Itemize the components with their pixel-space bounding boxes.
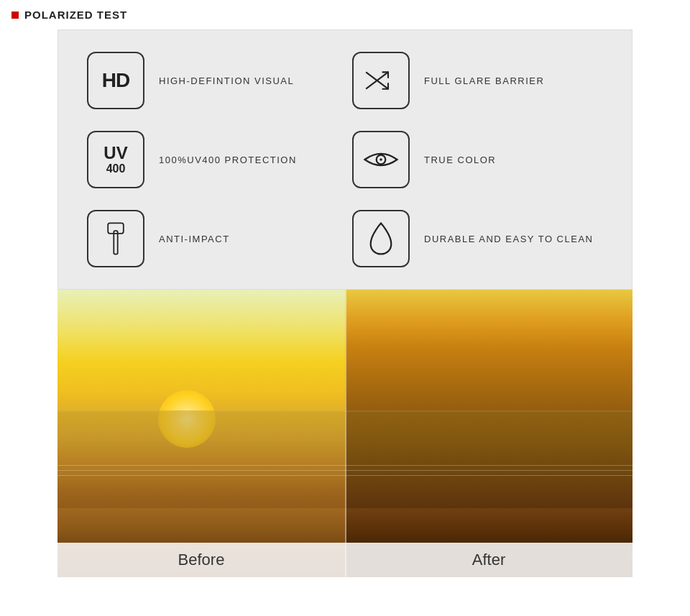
drop-label: DURABLE AND EASY TO CLEAN bbox=[424, 234, 593, 244]
before-label: Before bbox=[178, 551, 225, 569]
hd-label: HIGH-DEFINTION VISUAL bbox=[159, 75, 294, 86]
after-water bbox=[345, 410, 632, 511]
section-header: POLARIZED TEST bbox=[0, 0, 690, 29]
uv-icon-box: UV 400 bbox=[87, 131, 144, 188]
glare-label: FULL GLARE BARRIER bbox=[424, 75, 544, 86]
after-waves bbox=[345, 461, 632, 480]
hd-icon-box: HD bbox=[87, 52, 144, 109]
after-label: After bbox=[472, 551, 505, 569]
feature-glare: FULL GLARE BARRIER bbox=[352, 52, 603, 109]
drop-icon bbox=[368, 221, 394, 257]
features-section: HD HIGH-DEFINTION VISUAL bbox=[58, 29, 632, 290]
uv-icon: UV 400 bbox=[104, 144, 127, 175]
eye-icon-box bbox=[352, 131, 410, 188]
before-overlay bbox=[58, 290, 345, 577]
before-panel: Before bbox=[58, 290, 345, 577]
after-panel: After bbox=[345, 290, 632, 577]
svg-rect-5 bbox=[108, 223, 124, 233]
before-water bbox=[58, 410, 345, 511]
before-label-bar: Before bbox=[58, 543, 345, 577]
before-waves bbox=[58, 461, 345, 480]
after-overlay bbox=[345, 290, 632, 577]
feature-eye: TRUE COLOR bbox=[352, 131, 603, 188]
hammer-icon bbox=[103, 219, 129, 258]
svg-point-3 bbox=[380, 158, 382, 161]
uv-label: 100%UV400 PROTECTION bbox=[159, 155, 297, 165]
eye-icon bbox=[362, 147, 400, 173]
hammer-label: ANTI-IMPACT bbox=[159, 234, 230, 244]
after-label-bar: After bbox=[345, 543, 632, 577]
feature-uv: UV 400 100%UV400 PROTECTION bbox=[87, 131, 338, 188]
section-title: POLARIZED TEST bbox=[24, 9, 127, 21]
drop-icon-box bbox=[352, 210, 410, 267]
feature-hammer: ANTI-IMPACT bbox=[87, 210, 338, 267]
shuffle-icon-box bbox=[352, 52, 410, 109]
header-indicator bbox=[12, 12, 19, 19]
features-grid: HD HIGH-DEFINTION VISUAL bbox=[87, 52, 603, 267]
eye-label: TRUE COLOR bbox=[424, 155, 496, 165]
shuffle-icon bbox=[363, 66, 399, 95]
comparison-divider bbox=[345, 290, 346, 577]
comparison-section: Before After bbox=[58, 290, 632, 577]
svg-rect-4 bbox=[114, 231, 117, 254]
feature-drop: DURABLE AND EASY TO CLEAN bbox=[352, 210, 603, 267]
hd-icon: HD bbox=[102, 69, 129, 92]
hammer-icon-box bbox=[87, 210, 144, 267]
feature-hd: HD HIGH-DEFINTION VISUAL bbox=[87, 52, 338, 109]
page-container: POLARIZED TEST HD HIGH-DEFINTION VISUAL bbox=[0, 0, 690, 577]
